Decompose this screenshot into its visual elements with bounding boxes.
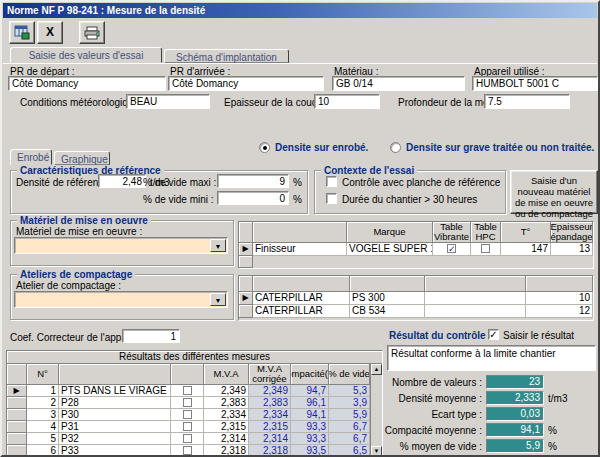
mesures-cell-check[interactable] <box>171 433 204 445</box>
table2-cell[interactable] <box>425 292 526 305</box>
mesures-cell-check[interactable] <box>171 421 204 433</box>
vide-maxi-input[interactable] <box>217 174 289 188</box>
mesures-cell-mva[interactable]: 2,383 <box>204 397 249 409</box>
mesures-cell-comp[interactable]: 94,1 <box>291 409 329 421</box>
mesures-row[interactable]: 4 P31 2,315 2,315 93,3 6,7 <box>7 421 382 433</box>
epaisseur-couche-input[interactable] <box>314 94 380 109</box>
checkbox-duree-chantier[interactable] <box>326 193 337 204</box>
tab-saisie-valeurs[interactable]: Saisie des valeurs d'essai <box>10 47 162 63</box>
row-selector[interactable] <box>7 397 27 409</box>
row-selector[interactable] <box>239 305 253 318</box>
resultat-textbox[interactable]: Résultat conforme à la limite chantier <box>387 345 596 371</box>
mesures-cell-name[interactable]: PTS DANS LE VIRAGE <box>59 385 171 397</box>
table2-row[interactable]: CATERPILLAR CB 534 12 <box>239 305 593 318</box>
table1-cell-temp[interactable]: 147 <box>501 243 551 256</box>
mesures-cell-name[interactable]: P28 <box>59 397 171 409</box>
scroll-up-icon[interactable]: ▲ <box>371 364 382 375</box>
row-selector[interactable] <box>7 433 27 445</box>
mesures-row[interactable]: ▶ 1 PTS DANS LE VIRAGE 2,349 2,349 94,7 … <box>7 385 382 397</box>
mesures-cell-mva[interactable]: 2,318 <box>204 445 249 457</box>
mesures-cell-corr[interactable]: 2,334 <box>249 409 291 421</box>
mesures-cell-vide[interactable]: 6,7 <box>329 433 370 445</box>
hpc-checkbox[interactable] <box>481 244 490 253</box>
row-selector[interactable] <box>7 409 27 421</box>
mesures-cell-num[interactable]: 1 <box>27 385 59 397</box>
table1-cell-epaisseur[interactable]: 13 <box>551 243 593 256</box>
coef-input[interactable] <box>122 329 180 343</box>
table2-cell[interactable]: 10 <box>526 292 593 305</box>
mesures-cell-comp[interactable]: 93,3 <box>291 421 329 433</box>
table2-row[interactable]: ▶ CATERPILLAR PS 300 10 <box>239 292 593 305</box>
table2-cell[interactable]: PS 300 <box>350 292 425 305</box>
row-selector[interactable] <box>7 421 27 433</box>
row-selector-arrow[interactable]: ▶ <box>239 243 253 256</box>
radio-densite-grave[interactable] <box>390 142 401 153</box>
mesures-cell-num[interactable]: 3 <box>27 409 59 421</box>
mesures-cell-check[interactable] <box>171 397 204 409</box>
mesures-cell-comp[interactable]: 93,5 <box>291 445 329 457</box>
mesures-cell-corr[interactable]: 2,314 <box>249 433 291 445</box>
row-selector[interactable] <box>7 445 27 457</box>
mesures-cell-check[interactable] <box>171 385 204 397</box>
mesure-checkbox[interactable] <box>183 410 192 419</box>
table1-cell-type[interactable]: Finisseur <box>253 243 347 256</box>
chevron-down-icon[interactable]: ▼ <box>210 293 226 306</box>
mesure-checkbox[interactable] <box>183 398 192 407</box>
compactage-combo[interactable]: ▼ <box>14 291 228 308</box>
scroll-down-icon[interactable]: ▼ <box>371 446 382 457</box>
table2-cell[interactable]: CATERPILLAR <box>253 292 350 305</box>
radio-densite-enrobe[interactable] <box>259 142 270 153</box>
table1-row[interactable]: ▶ Finisseur VOGELE SUPER 16 147 13 <box>239 243 593 256</box>
mesures-row[interactable]: 2 P28 2,383 2,383 96,1 3,9 <box>7 397 382 409</box>
mesures-cell-corr[interactable]: 2,315 <box>249 421 291 433</box>
mesures-cell-num[interactable]: 6 <box>27 445 59 457</box>
profondeur-input[interactable] <box>484 94 570 109</box>
table2-cell[interactable] <box>425 305 526 318</box>
mesures-cell-comp[interactable]: 93,3 <box>291 433 329 445</box>
pr-depart-input[interactable] <box>8 76 166 91</box>
mesures-cell-name[interactable]: P30 <box>59 409 171 421</box>
mesures-cell-corr[interactable]: 2,383 <box>249 397 291 409</box>
mesures-cell-vide[interactable]: 5,9 <box>329 409 370 421</box>
row-selector-arrow[interactable]: ▶ <box>7 385 27 397</box>
print-button[interactable] <box>79 21 105 44</box>
mesure-checkbox[interactable] <box>183 386 192 395</box>
new-material-button[interactable]: Saisie d'un nouveau matériel de mise en … <box>510 170 598 214</box>
table2-cell[interactable]: CATERPILLAR <box>253 305 350 318</box>
conditions-input[interactable] <box>126 94 210 109</box>
mesures-cell-vide[interactable]: 6,7 <box>329 421 370 433</box>
mesures-cell-name[interactable]: P33 <box>59 445 171 457</box>
mesures-row[interactable]: 3 P30 2,334 2,334 94,1 5,9 <box>7 409 382 421</box>
mesure-checkbox[interactable] <box>183 434 192 443</box>
tab-enrobe[interactable]: Enrobé <box>10 149 52 165</box>
mesures-scrollbar[interactable]: ▲ ▼ <box>370 364 382 457</box>
checkbox-saisir-resultat[interactable] <box>488 329 499 340</box>
mise-en-oeuvre-combo[interactable]: ▼ <box>14 237 228 254</box>
checkbox-planche-reference[interactable] <box>326 176 337 187</box>
mesures-cell-name[interactable]: P32 <box>59 433 171 445</box>
table1-cell-vibrante[interactable] <box>433 243 471 256</box>
appareil-input[interactable] <box>472 76 598 91</box>
mesures-row[interactable]: 5 P32 2,314 2,314 93,3 6,7 <box>7 433 382 445</box>
mesures-cell-comp[interactable]: 94,7 <box>291 385 329 397</box>
mesures-cell-mva[interactable]: 2,334 <box>204 409 249 421</box>
mesures-cell-num[interactable]: 4 <box>27 421 59 433</box>
mesures-cell-num[interactable]: 2 <box>27 397 59 409</box>
chevron-down-icon[interactable]: ▼ <box>210 239 226 252</box>
mesures-cell-comp[interactable]: 96,1 <box>291 397 329 409</box>
mesure-checkbox[interactable] <box>183 422 192 431</box>
mesures-cell-vide[interactable]: 3,9 <box>329 397 370 409</box>
save-button[interactable] <box>9 21 35 44</box>
mesures-cell-check[interactable] <box>171 445 204 457</box>
table1-cell-marque[interactable]: VOGELE SUPER 16 <box>347 243 433 256</box>
densite-ref-input[interactable] <box>98 174 146 188</box>
mesures-cell-mva[interactable]: 2,314 <box>204 433 249 445</box>
tab-schema-implantation[interactable]: Schéma d'implantation <box>164 49 289 63</box>
table2-cell[interactable]: 12 <box>526 305 593 318</box>
mesures-row[interactable]: 6 P33 2,318 2,318 93,5 6,5 <box>7 445 382 457</box>
pr-arrivee-input[interactable] <box>168 76 324 91</box>
vibrante-checkbox[interactable] <box>447 244 456 253</box>
mesures-cell-vide[interactable]: 5,3 <box>329 385 370 397</box>
row-selector-arrow[interactable]: ▶ <box>239 292 253 305</box>
mesures-cell-corr[interactable]: 2,318 <box>249 445 291 457</box>
